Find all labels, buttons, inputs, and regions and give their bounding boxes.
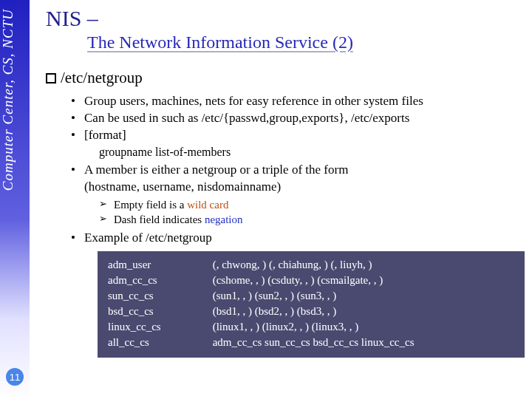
arrow-item: Empty field is a wild card bbox=[99, 197, 523, 212]
section-heading-text: /etc/netgroup bbox=[61, 69, 143, 86]
bullet-item: [format] bbox=[71, 127, 523, 144]
bullet-item: Group users, machines, nets for easy ref… bbox=[71, 93, 523, 110]
bullet-item: Can be used in such as /etc/{passwd,grou… bbox=[71, 110, 523, 127]
arrow-text: Empty field is a bbox=[114, 199, 187, 211]
example-col-values: (, chwong, ) (, chiahung, ) (, liuyh, ) … bbox=[213, 257, 415, 350]
slide-title: NIS – bbox=[46, 6, 523, 31]
section-heading: /etc/netgroup bbox=[46, 69, 523, 87]
slide-number-badge: 11 bbox=[6, 368, 24, 386]
square-bullet-icon bbox=[46, 73, 56, 83]
example-code-box: adm_user adm_cc_cs sun_cc_cs bsd_cc_cs l… bbox=[98, 251, 525, 358]
bullet-text-line2: (hostname, username, nisdomainname) bbox=[84, 180, 281, 194]
wild-card-em: wild card bbox=[187, 199, 228, 211]
bullet-list-2: A member is either a netgroup or a tripl… bbox=[71, 162, 523, 196]
bullet-text-line1: A member is either a netgroup or a tripl… bbox=[84, 163, 348, 177]
arrow-item: Dash field indicates negation bbox=[99, 212, 523, 227]
arrow-text: Dash field indicates bbox=[114, 214, 205, 225]
title-dash: – bbox=[81, 6, 98, 30]
bullet-list-3: Example of /etc/netgroup bbox=[71, 230, 523, 247]
example-col-names: adm_user adm_cc_cs sun_cc_cs bsd_cc_cs l… bbox=[108, 257, 161, 350]
bullet-item: Example of /etc/netgroup bbox=[71, 230, 523, 247]
bullet-list: Group users, machines, nets for easy ref… bbox=[71, 93, 523, 144]
bullet-item: A member is either a netgroup or a tripl… bbox=[71, 162, 523, 196]
format-code: groupname list-of-members bbox=[99, 146, 523, 159]
negation-em: negation bbox=[205, 214, 243, 225]
sidebar-label: Computer Center, CS, NCTU bbox=[0, 4, 30, 191]
slide-subtitle: The Network Information Service (2) bbox=[87, 33, 523, 52]
title-main: NIS bbox=[46, 6, 81, 30]
arrow-list: Empty field is a wild card Dash field in… bbox=[99, 197, 523, 228]
slide-content: NIS – The Network Information Service (2… bbox=[46, 6, 523, 358]
